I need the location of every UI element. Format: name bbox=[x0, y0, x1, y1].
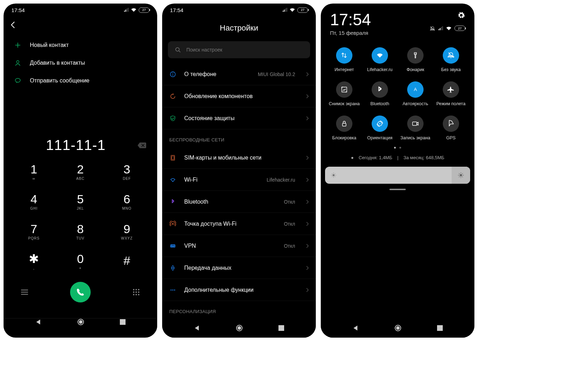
brightness-slider[interactable] bbox=[325, 167, 470, 184]
svg-point-28 bbox=[238, 326, 241, 330]
svg-rect-30 bbox=[414, 53, 416, 54]
key-3[interactable]: 3DEF bbox=[103, 157, 150, 186]
settings-row-О телефоне[interactable]: О телефоне MIUI Global 10.2 bbox=[162, 63, 316, 85]
key-0[interactable]: 0+ bbox=[57, 247, 104, 275]
menu-button[interactable] bbox=[19, 287, 30, 297]
settings-row-Дополнительные функции[interactable]: Дополнительные функции bbox=[162, 279, 316, 301]
nav-bar bbox=[321, 318, 474, 338]
qs-tile-bt[interactable]: Bluetooth bbox=[362, 81, 398, 106]
settings-row-Bluetooth[interactable]: Bluetooth Откл bbox=[162, 191, 316, 213]
nav-recents-button[interactable] bbox=[120, 319, 126, 325]
nav-back-button[interactable] bbox=[194, 325, 200, 331]
key-digit: 8 bbox=[77, 223, 84, 235]
key-letters: MNO bbox=[122, 206, 131, 210]
nav-home-button[interactable] bbox=[235, 324, 243, 332]
key-9[interactable]: 9WXYZ bbox=[103, 217, 150, 246]
nav-recents-button[interactable] bbox=[278, 325, 284, 331]
settings-gear-button[interactable] bbox=[457, 11, 465, 19]
back-button[interactable] bbox=[4, 16, 157, 33]
brightness-high-icon bbox=[458, 172, 464, 178]
hotspot-icon bbox=[169, 221, 176, 227]
qs-tile-torch[interactable]: Фонарик bbox=[398, 47, 433, 72]
wifi-icon bbox=[446, 26, 452, 31]
wifi-icon bbox=[169, 177, 176, 183]
autobright-icon: A bbox=[407, 81, 424, 98]
shield-icon bbox=[169, 115, 176, 122]
settings-row-Состояние защиты[interactable]: Состояние защиты bbox=[162, 107, 316, 129]
nav-back-button[interactable] bbox=[35, 319, 42, 325]
key-2[interactable]: 2ABC bbox=[57, 157, 104, 186]
qs-tile-airplane[interactable]: Режим полета bbox=[433, 81, 469, 106]
qs-tile-label: Режим полета bbox=[436, 101, 466, 106]
qs-tile-label: Ориентация bbox=[367, 135, 393, 140]
key-✱[interactable]: ✱, bbox=[11, 247, 57, 275]
svg-point-5 bbox=[133, 291, 134, 293]
nav-recents-button[interactable] bbox=[437, 325, 443, 331]
dialpad-toggle-button[interactable] bbox=[131, 287, 142, 297]
qs-tile-data[interactable]: Интернет bbox=[326, 47, 362, 72]
key-5[interactable]: 5JKL bbox=[57, 187, 104, 216]
svg-point-10 bbox=[138, 294, 139, 295]
key-letters: PQRS bbox=[28, 236, 39, 240]
key-letters: WXYZ bbox=[121, 236, 133, 240]
battery-icon: 27 bbox=[454, 26, 465, 31]
qs-tile-lock[interactable]: Блокировка bbox=[326, 116, 362, 140]
data-icon bbox=[169, 265, 176, 271]
brightness-thumb[interactable] bbox=[452, 167, 470, 184]
settings-value: Откл bbox=[284, 199, 295, 205]
key-digit: 9 bbox=[123, 223, 130, 235]
key-digit: 1 bbox=[31, 163, 37, 175]
key-4[interactable]: 4GHI bbox=[11, 187, 57, 216]
settings-row-Точка доступа Wi-Fi[interactable]: Точка доступа Wi-Fi Откл bbox=[162, 213, 316, 235]
qs-tile-wifi[interactable]: Lifehacker.ru bbox=[362, 47, 398, 72]
settings-label: О телефоне bbox=[184, 71, 250, 77]
add-contact-button[interactable]: Добавить в контакты bbox=[6, 54, 154, 72]
key-digit: 7 bbox=[31, 223, 37, 235]
settings-label: VPN bbox=[184, 243, 276, 249]
key-7[interactable]: 7PQRS bbox=[11, 217, 57, 246]
key-digit: # bbox=[123, 254, 130, 267]
svg-point-24 bbox=[172, 289, 174, 290]
send-sms-button[interactable]: Отправить сообщение bbox=[6, 72, 154, 90]
key-8[interactable]: 8TUV bbox=[57, 217, 104, 246]
qs-tile-mute[interactable]: Без звука bbox=[433, 47, 469, 72]
qs-tile-record[interactable]: Запись экрана bbox=[398, 116, 433, 140]
nav-home-button[interactable] bbox=[394, 324, 402, 332]
qs-tile-rotate[interactable]: Ориентация bbox=[362, 116, 398, 140]
qs-tile-gps[interactable]: GPS bbox=[433, 116, 469, 140]
status-icons: 27 bbox=[430, 24, 465, 31]
key-digit: 3 bbox=[123, 163, 130, 175]
chevron-right-icon bbox=[306, 155, 309, 160]
nav-home-button[interactable] bbox=[77, 318, 85, 326]
settings-row-VPN[interactable]: VPN VPN Откл bbox=[162, 235, 316, 257]
search-input[interactable]: Поиск настроек bbox=[168, 41, 310, 58]
call-button[interactable] bbox=[70, 282, 91, 302]
battery-icon: 27 bbox=[297, 7, 308, 13]
backspace-button[interactable] bbox=[137, 142, 147, 149]
chevron-right-icon bbox=[306, 221, 309, 226]
key-#[interactable]: # bbox=[103, 247, 150, 275]
settings-row-Обновление компонентов[interactable]: Обновление компонентов bbox=[162, 85, 316, 107]
qs-tile-screenshot[interactable]: Снимок экрана bbox=[326, 81, 362, 106]
settings-label: Дополнительные функции bbox=[184, 287, 298, 293]
search-placeholder: Поиск настроек bbox=[186, 47, 222, 53]
screenshot-icon bbox=[336, 81, 352, 98]
qs-tile-label: GPS bbox=[446, 135, 456, 140]
new-contact-button[interactable]: Новый контакт bbox=[6, 36, 154, 54]
key-6[interactable]: 6MNO bbox=[103, 187, 150, 216]
qs-tile-label: Запись экрана bbox=[400, 135, 430, 140]
svg-point-38 bbox=[460, 174, 462, 177]
status-bar: 17:54 27 bbox=[4, 4, 157, 16]
new-contact-label: Новый контакт bbox=[30, 42, 69, 48]
plus-icon bbox=[14, 42, 21, 48]
settings-row-SIM-карты и мобильные сети[interactable]: SIM-карты и мобильные сети bbox=[162, 147, 316, 169]
key-1[interactable]: 1∞ bbox=[11, 157, 57, 186]
settings-row-Передача данных[interactable]: Передача данных bbox=[162, 257, 316, 279]
settings-row-Wi-Fi[interactable]: Wi-Fi Lifehacker.ru bbox=[162, 169, 316, 191]
nav-back-button[interactable] bbox=[352, 325, 359, 331]
svg-point-7 bbox=[138, 291, 139, 293]
svg-point-2 bbox=[133, 289, 134, 290]
add-contact-label: Добавить в контакты bbox=[30, 60, 85, 66]
data-icon bbox=[336, 47, 352, 64]
qs-tile-autobright[interactable]: A Автояркость bbox=[398, 81, 433, 106]
